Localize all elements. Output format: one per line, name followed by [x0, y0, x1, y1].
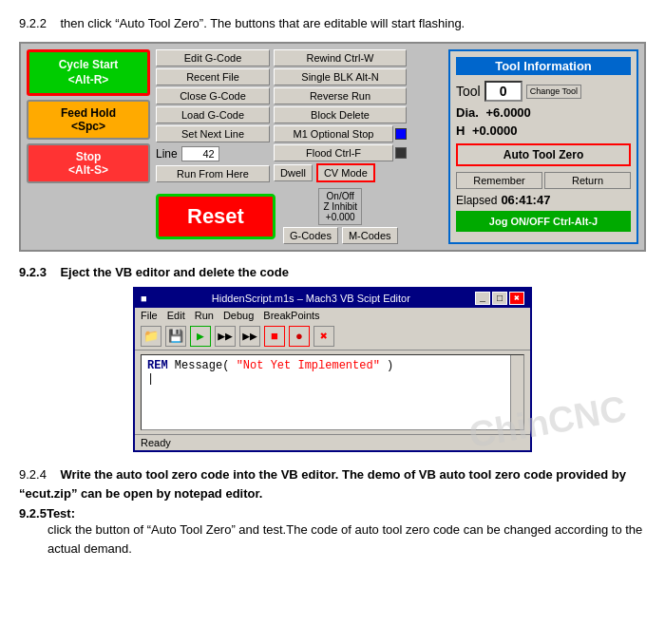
flood-row: Flood Ctrl-F — [274, 144, 407, 161]
toolbar-step-icon[interactable]: ▶▶ — [215, 326, 236, 347]
cycle-start-shortcut: <Alt-R> — [33, 73, 143, 88]
section-id: 9.2.2 — [19, 16, 47, 30]
stop-shortcut: <Alt-S> — [32, 163, 144, 177]
h-value: +0.0000 — [472, 123, 517, 138]
vb-code-area[interactable]: REM Message( "Not Yet Implemented" ) | — [141, 354, 524, 430]
vb-title-text: HiddenScript.m1s – Mach3 VB Scipt Editor — [212, 293, 410, 304]
section-923-header: 9.2.3 Eject the VB editor and delete the… — [19, 265, 646, 279]
reverse-run-button[interactable]: Reverse Run — [274, 87, 407, 104]
code-cursor: | — [147, 372, 154, 386]
dwell-button[interactable]: Dwell — [274, 164, 313, 181]
stop-button[interactable]: Stop <Alt-S> — [27, 143, 150, 183]
set-next-line-button[interactable]: Set Next Line — [156, 125, 270, 142]
tool-h-row: H +0.0000 — [456, 123, 631, 138]
vb-status-bar: Ready — [135, 434, 530, 450]
vb-minimize-button[interactable]: _ — [475, 292, 490, 305]
on-off-section: On/Off Z Inhibit +0.000 — [318, 188, 362, 225]
toolbar-cancel-icon[interactable]: ✖ — [314, 326, 334, 347]
section-924-text: Write the auto tool zero code into the V… — [19, 467, 626, 501]
cnc-middle: Edit G-Code Recent File Close G-Code Loa… — [156, 49, 443, 244]
code-space: Message( — [175, 359, 237, 372]
tool-value: 0 — [484, 81, 522, 102]
line-value: 42 — [181, 146, 219, 161]
section-924-id: 9.2.4 — [19, 467, 47, 482]
toolbar-stop-icon[interactable]: ■ — [264, 326, 285, 347]
vb-window-buttons: _ □ ✖ — [475, 292, 524, 305]
m1-optional-row: M1 Optional Stop — [274, 125, 407, 142]
on-off-label: On/Off — [327, 191, 354, 201]
load-gcode-button[interactable]: Load G-Code — [156, 106, 270, 123]
vb-toolbar: 📁 💾 ▶ ▶▶ ▶▶ ■ ● ✖ — [135, 323, 530, 350]
z-inhibit-value: +0.000 — [326, 212, 355, 222]
section-925-text: click the button of “Auto Tool Zero” and… — [19, 521, 646, 558]
section-923-text: Eject the VB editor and delete the code — [60, 265, 289, 279]
line-row: Line 42 — [156, 144, 270, 163]
vb-status-text: Ready — [141, 437, 171, 448]
cv-mode-button[interactable]: CV Mode — [316, 163, 375, 182]
vb-editor-container: ■ HiddenScript.m1s – Mach3 VB Scipt Edit… — [19, 287, 646, 452]
stop-label: Stop — [32, 150, 144, 163]
feed-hold-label: Feed Hold — [32, 106, 144, 120]
remember-button[interactable]: Remember — [456, 172, 542, 189]
change-tool-button[interactable]: Change Tool — [526, 85, 581, 99]
code-close: ) — [387, 359, 393, 372]
section-924: 9.2.4 Write the auto tool zero code into… — [19, 465, 646, 502]
toolbar-folder-icon[interactable]: 📁 — [141, 326, 162, 347]
section-923-id: 9.2.3 — [19, 265, 47, 279]
vb-close-button[interactable]: ✖ — [509, 292, 524, 305]
toolbar-play-icon[interactable]: ▶ — [190, 326, 211, 347]
reset-button[interactable]: Reset — [156, 194, 276, 239]
code-string: "Not Yet Implemented" — [237, 359, 380, 372]
h-label: H — [456, 123, 465, 138]
feed-hold-button[interactable]: Feed Hold <Spc> — [27, 100, 150, 140]
jog-button[interactable]: Jog ON/OFF Ctrl-Alt-J — [456, 211, 631, 232]
cnc-panel: Cycle Start <Alt-R> Feed Hold <Spc> Stop… — [19, 42, 646, 252]
feed-hold-shortcut: <Spc> — [32, 120, 144, 133]
cycle-start-label: Cycle Start — [33, 58, 143, 73]
menu-run[interactable]: Run — [195, 310, 214, 321]
dia-label: Dia. — [456, 105, 479, 120]
menu-edit[interactable]: Edit — [167, 310, 185, 321]
run-from-here-button[interactable]: Run From Here — [156, 165, 270, 182]
mcodes-button[interactable]: M-Codes — [342, 227, 398, 244]
vb-title-bar: ■ HiddenScript.m1s – Mach3 VB Scipt Edit… — [135, 289, 530, 308]
flood-button[interactable]: Flood Ctrl-F — [274, 144, 393, 161]
close-gcode-button[interactable]: Close G-Code — [156, 87, 270, 104]
block-delete-button[interactable]: Block Delete — [274, 106, 407, 123]
toolbar-save-icon[interactable]: 💾 — [165, 326, 186, 347]
menu-debug[interactable]: Debug — [223, 310, 254, 321]
m1-led — [395, 128, 407, 140]
reset-area: Reset On/Off Z Inhibit +0.000 G-Codes M-… — [156, 188, 443, 244]
toolbar-record-icon[interactable]: ● — [289, 326, 310, 347]
return-button[interactable]: Return — [544, 172, 631, 189]
recent-file-button[interactable]: Recent File — [156, 68, 270, 85]
remember-return-row: Remember Return — [456, 172, 631, 189]
auto-tool-zero-button[interactable]: Auto Tool Zero — [456, 143, 631, 166]
rewind-button[interactable]: Rewind Ctrl-W — [274, 49, 407, 66]
cycle-start-button[interactable]: Cycle Start <Alt-R> — [27, 49, 150, 96]
flood-led — [395, 147, 407, 159]
vb-maximize-button[interactable]: □ — [492, 292, 507, 305]
m1-optional-button[interactable]: M1 Optional Stop — [274, 125, 393, 142]
menu-breakpoints[interactable]: BreakPoints — [263, 310, 319, 321]
tool-info-title: Tool Information — [456, 57, 631, 75]
tool-info-panel: Tool Information Tool 0 Change Tool Dia.… — [448, 49, 638, 244]
vb-scrollbar[interactable] — [510, 355, 523, 429]
edit-gcode-button[interactable]: Edit G-Code — [156, 49, 270, 66]
vb-menu-bar: File Edit Run Debug BreakPoints — [135, 308, 530, 323]
cnc-left-buttons: Cycle Start <Alt-R> Feed Hold <Spc> Stop… — [27, 49, 150, 244]
gcodes-mcodes-row: G-Codes M-Codes — [283, 227, 398, 244]
z-inhibit-label: Z Inhibit — [323, 201, 357, 212]
elapsed-row: Elapsed 06:41:47 — [456, 193, 631, 207]
gcodes-button[interactable]: G-Codes — [283, 227, 338, 244]
code-keyword: REM — [147, 359, 168, 372]
single-blk-button[interactable]: Single BLK Alt-N — [274, 68, 407, 85]
vb-title-icon: ■ — [141, 293, 147, 304]
dia-value: +6.0000 — [485, 105, 530, 120]
toolbar-stepover-icon[interactable]: ▶▶ — [239, 326, 260, 347]
section-922-header: 9.2.2 then click “Auto Tool Zero”. The b… — [19, 15, 646, 32]
section-description: then click “Auto Tool Zero”. The buttons… — [60, 16, 465, 30]
menu-file[interactable]: File — [141, 310, 158, 321]
section-925-id: 9.2.5Test: — [19, 506, 75, 521]
tool-dia-row: Dia. +6.0000 — [456, 105, 631, 120]
